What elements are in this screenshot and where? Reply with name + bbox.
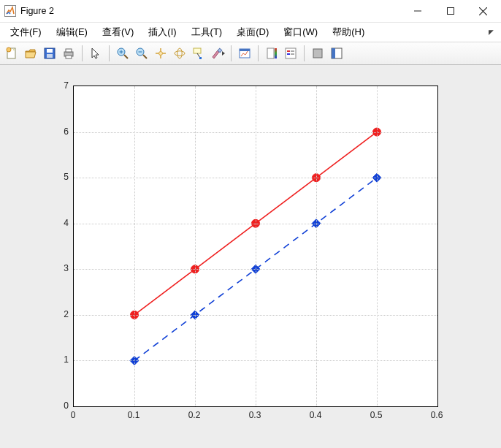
zoom-in-icon[interactable] — [114, 45, 131, 62]
y-tick-label: 4 — [48, 218, 69, 228]
svg-line-15 — [124, 55, 128, 58]
toolbar-separator — [109, 45, 110, 61]
menu-desktop[interactable]: 桌面(D) — [229, 24, 276, 40]
window-title: Figure 2 — [20, 6, 401, 16]
svg-rect-2 — [447, 8, 454, 15]
svg-marker-28 — [222, 51, 225, 56]
titlebar: Figure 2 — [0, 0, 501, 23]
svg-rect-26 — [199, 57, 202, 59]
y-tick-label: 7 — [48, 80, 69, 91]
open-icon[interactable] — [22, 45, 39, 62]
legend-icon[interactable] — [282, 45, 299, 62]
svg-point-22 — [175, 51, 185, 56]
datatip-icon[interactable] — [190, 45, 207, 62]
svg-rect-40 — [332, 48, 335, 58]
y-tick-label: 1 — [48, 354, 69, 365]
zoom-out-icon[interactable] — [133, 45, 150, 62]
y-tick-label: 6 — [48, 126, 69, 137]
colorbar-icon[interactable] — [263, 45, 280, 62]
svg-rect-12 — [66, 49, 72, 52]
pointer-icon[interactable] — [87, 45, 104, 62]
svg-rect-24 — [194, 48, 201, 53]
menu-overflow-icon[interactable]: ◤ — [484, 29, 498, 36]
x-tick-label: 0 — [71, 410, 76, 420]
svg-point-7 — [7, 48, 11, 52]
toolbar-separator — [304, 45, 305, 61]
x-tick-label: 0.6 — [431, 410, 443, 420]
svg-line-19 — [143, 55, 147, 58]
rotate3d-icon[interactable] — [171, 45, 188, 62]
menu-file[interactable]: 文件(F) — [3, 24, 49, 40]
axes[interactable] — [73, 86, 438, 407]
svg-point-23 — [177, 48, 182, 58]
svg-rect-10 — [47, 54, 53, 58]
hide-tools-icon[interactable] — [309, 45, 326, 62]
y-tick-label: 3 — [48, 263, 69, 273]
svg-point-21 — [159, 52, 163, 56]
x-tick-label: 0.4 — [310, 410, 322, 420]
minimize-button[interactable] — [401, 0, 434, 22]
save-icon[interactable] — [41, 45, 58, 62]
menu-tools[interactable]: 工具(T) — [184, 24, 230, 40]
link-plot-icon[interactable] — [236, 45, 253, 62]
new-figure-icon[interactable] — [3, 45, 20, 62]
x-tick-label: 0.2 — [188, 410, 201, 420]
brush-icon[interactable] — [209, 45, 226, 62]
x-tick-label: 0.3 — [249, 410, 261, 420]
matlab-icon — [4, 5, 16, 17]
x-tick-label: 0.5 — [370, 410, 383, 420]
close-button[interactable] — [467, 0, 500, 22]
menu-window[interactable]: 窗口(W) — [276, 24, 325, 40]
toolbar-separator — [258, 45, 259, 61]
svg-rect-32 — [275, 48, 277, 58]
svg-rect-38 — [313, 49, 322, 58]
menu-help[interactable]: 帮助(H) — [325, 24, 372, 40]
y-tick-label: 0 — [48, 400, 69, 411]
x-tick-label: 0.1 — [128, 410, 140, 420]
svg-rect-9 — [47, 49, 53, 53]
pan-icon[interactable] — [152, 45, 169, 62]
svg-rect-13 — [66, 56, 72, 58]
toolbar-separator — [82, 45, 83, 61]
toolbar — [0, 42, 501, 65]
figure-area: 00.10.20.30.40.50.601234567 — [0, 65, 501, 448]
toolbar-separator — [231, 45, 232, 61]
dock-icon[interactable] — [328, 45, 345, 62]
print-icon[interactable] — [60, 45, 77, 62]
menu-insert[interactable]: 插入(I) — [141, 24, 183, 40]
menubar: 文件(F) 编辑(E) 查看(V) 插入(I) 工具(T) 桌面(D) 窗口(W… — [0, 23, 501, 42]
y-tick-label: 2 — [48, 309, 69, 319]
svg-rect-31 — [267, 48, 274, 58]
y-tick-label: 5 — [48, 172, 69, 182]
menu-view[interactable]: 查看(V) — [95, 24, 141, 40]
maximize-button[interactable] — [434, 0, 467, 22]
svg-rect-30 — [240, 49, 250, 51]
menu-edit[interactable]: 编辑(E) — [49, 24, 95, 40]
